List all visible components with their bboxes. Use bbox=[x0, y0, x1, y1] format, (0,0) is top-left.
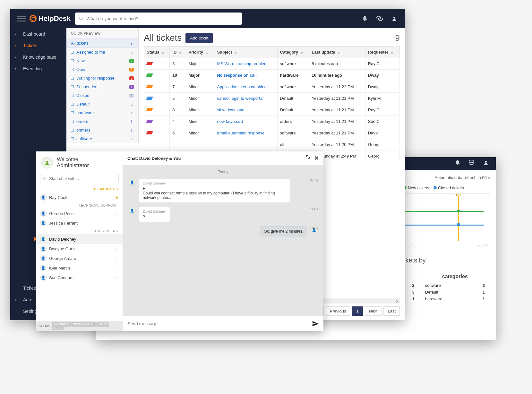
svg-point-7 bbox=[44, 177, 46, 180]
section-favorites: FAVORITES bbox=[36, 186, 123, 193]
nav-dashboard[interactable]: ▪Dashboard bbox=[10, 28, 66, 40]
quick-preview-panel: QUICK PREVIEW All tickets9Assigned to me… bbox=[66, 28, 139, 143]
hamburger-icon[interactable] bbox=[17, 14, 26, 23]
chat-header: Chat: David Deloney & You ✕ bbox=[123, 151, 323, 165]
pager-prev[interactable]: Previous bbox=[326, 306, 350, 316]
quick-suspended[interactable]: Suspended1 bbox=[66, 82, 138, 91]
user-icon[interactable] bbox=[388, 13, 400, 25]
search-input[interactable] bbox=[75, 13, 242, 25]
pager-next[interactable]: Next bbox=[365, 306, 382, 316]
svg-line-2 bbox=[82, 19, 83, 21]
nav-event-log[interactable]: ▪Event log bbox=[10, 63, 66, 74]
quick-new[interactable]: New2 bbox=[66, 56, 138, 65]
pager-page[interactable]: 1 bbox=[352, 306, 363, 316]
contact-sue-connors[interactable]: 👤Sue Connors☆ bbox=[36, 273, 123, 282]
chat-title: Chat: David Deloney & You bbox=[127, 156, 181, 161]
stat-row[interactable]: hardware1 bbox=[425, 296, 485, 302]
table-row[interactable]: 3MajorMS Word crashing problemsoftware8 … bbox=[144, 58, 400, 70]
welcome: Welcome Administrator bbox=[36, 151, 123, 174]
col-id[interactable]: ID ◆ bbox=[170, 47, 186, 58]
quick-software[interactable]: software3 bbox=[66, 134, 138, 143]
bell-icon[interactable] bbox=[455, 160, 460, 166]
quick-preview-title: QUICK PREVIEW bbox=[66, 28, 138, 39]
send-icon[interactable] bbox=[312, 320, 319, 327]
quick-printers[interactable]: printers1 bbox=[66, 126, 138, 134]
quick-all-tickets[interactable]: All tickets9 bbox=[66, 39, 138, 48]
quick-assigned-to-me[interactable]: Assigned to me8 bbox=[66, 48, 138, 56]
col-priority[interactable]: Priority ▲ bbox=[186, 47, 214, 58]
brand[interactable]: HelpDesk bbox=[30, 14, 71, 23]
table-row[interactable]: 6Minoremail automatic responsesoftwareYe… bbox=[144, 127, 400, 139]
contact-david-deloney[interactable]: 👤David Deloney☆ bbox=[36, 234, 123, 244]
table-row[interactable]: ultYesterday at 11:20 PMGeorg bbox=[144, 139, 400, 150]
quick-open[interactable]: Open2 bbox=[66, 65, 138, 74]
message-in: 👤David Deloney?18:40 bbox=[129, 207, 318, 222]
quick-default[interactable]: Default3 bbox=[66, 100, 138, 108]
chart-area: New tickets Closed tickets Dziś 24. Lut … bbox=[400, 185, 490, 248]
quick-orders[interactable]: orders1 bbox=[66, 117, 138, 126]
svg-line-8 bbox=[46, 179, 47, 180]
contact-george-amaro[interactable]: 👤George Amaro☆ bbox=[36, 253, 123, 263]
quick-closed[interactable]: Closed2 bbox=[66, 91, 138, 100]
day-label: Today bbox=[129, 170, 318, 174]
message-out: Ok, give me 2 minutes.👤18:40 bbox=[129, 226, 318, 236]
show-bar: SHOW: FAVORITESTECHNICAL S...OTHER USERS bbox=[36, 321, 123, 331]
svg-point-6 bbox=[46, 161, 48, 163]
contact-kyle-martin[interactable]: 👤Kyle Martin☆ bbox=[36, 263, 123, 273]
table-row[interactable]: 4Minornew keyboardordersYesterday at 11:… bbox=[144, 116, 400, 127]
chip[interactable]: TECHNICAL S... bbox=[72, 322, 97, 327]
chart-marker: Dziś bbox=[454, 193, 461, 197]
ticket-table: Status ◆ID ◆Priority ▲Subject ◆Category … bbox=[144, 46, 400, 162]
chat-main: Chat: David Deloney & You ✕ Today 👤David… bbox=[123, 151, 323, 331]
col-subject[interactable]: Subject ◆ bbox=[214, 47, 277, 58]
quick-waiting-for-response[interactable]: Waiting for response2 bbox=[66, 74, 138, 82]
page-head: All tickets Add ticket 9 bbox=[144, 33, 400, 43]
mini-chart: Dziś 24. Lut 25. Lut bbox=[400, 193, 490, 248]
chat-icon[interactable] bbox=[468, 160, 475, 166]
axis-right: 25. Lut bbox=[477, 243, 488, 247]
chat-search-input[interactable] bbox=[40, 174, 119, 183]
chat-input[interactable] bbox=[123, 316, 323, 331]
col-last-update[interactable]: Last update ◆ bbox=[309, 47, 365, 58]
section-other: OTHER USERS bbox=[36, 228, 123, 234]
topbar: HelpDesk bbox=[10, 9, 405, 28]
close-icon[interactable]: ✕ bbox=[314, 155, 319, 162]
brand-icon bbox=[30, 15, 37, 22]
search-icon bbox=[43, 176, 47, 181]
svg-point-0 bbox=[485, 161, 487, 163]
contact-dwayne-garza[interactable]: 👤Dwayne Garza☆ bbox=[36, 244, 123, 253]
ticket-count: 9 bbox=[395, 33, 400, 43]
nav-tickets[interactable]: ▪Tickets bbox=[10, 40, 66, 51]
table-row[interactable]: 7MinorApplications keep crashingsoftware… bbox=[144, 81, 400, 93]
pager-last[interactable]: Last bbox=[383, 306, 400, 316]
col-categories: categories software3Default1hardware1 bbox=[420, 274, 490, 302]
add-ticket-button[interactable]: Add ticket bbox=[185, 33, 213, 43]
quick-hardware[interactable]: hardware1 bbox=[66, 108, 138, 117]
nav-knowledge-base[interactable]: ▪Knowledge base bbox=[10, 51, 66, 63]
chart-legend: New tickets Closed tickets bbox=[400, 185, 490, 190]
scrollbar-arrow-right[interactable]: ❯ bbox=[395, 298, 399, 304]
user-icon[interactable] bbox=[483, 160, 489, 166]
chat-sidebar: Welcome Administrator FAVORITES 👤Ray Coo… bbox=[36, 151, 123, 331]
col-status[interactable]: Status ◆ bbox=[144, 47, 170, 58]
contact-jessica-ferranti[interactable]: 👤Jessica Ferranti☆ bbox=[36, 218, 123, 228]
refresh-label: Automatic data refresh in 55 s bbox=[434, 175, 490, 180]
svg-point-1 bbox=[80, 17, 82, 20]
bell-icon[interactable] bbox=[359, 13, 371, 25]
contact-ray-cook[interactable]: 👤Ray Cook★ bbox=[36, 193, 123, 202]
brand-label: HelpDesk bbox=[39, 14, 71, 23]
chat-icon[interactable] bbox=[373, 13, 386, 25]
table-row[interactable]: 8Minorslow downloadDefaultYesterday at 1… bbox=[144, 104, 400, 116]
contact-gordon-price[interactable]: 👤Gordon Price☆ bbox=[36, 209, 123, 218]
table-row[interactable]: 10MajorNo response on callhardware10 min… bbox=[144, 70, 400, 81]
expand-icon[interactable] bbox=[306, 155, 310, 162]
table-row[interactable]: 5Minorcannot login to webportalDefaultYe… bbox=[144, 93, 400, 104]
legend-closed: Closed tickets bbox=[438, 185, 464, 190]
content: All tickets Add ticket 9 Status ◆ID ◆Pri… bbox=[139, 28, 405, 162]
section-tech: TECHNICAL SUPPORT bbox=[36, 202, 123, 209]
pager: st Previous 1 Next Last bbox=[312, 306, 400, 316]
col-category[interactable]: Category ◆ bbox=[277, 47, 309, 58]
col-requester[interactable]: Requester ◆ bbox=[365, 47, 399, 58]
stat-row[interactable]: software3 bbox=[425, 282, 485, 289]
stat-row[interactable]: Default1 bbox=[425, 289, 485, 296]
